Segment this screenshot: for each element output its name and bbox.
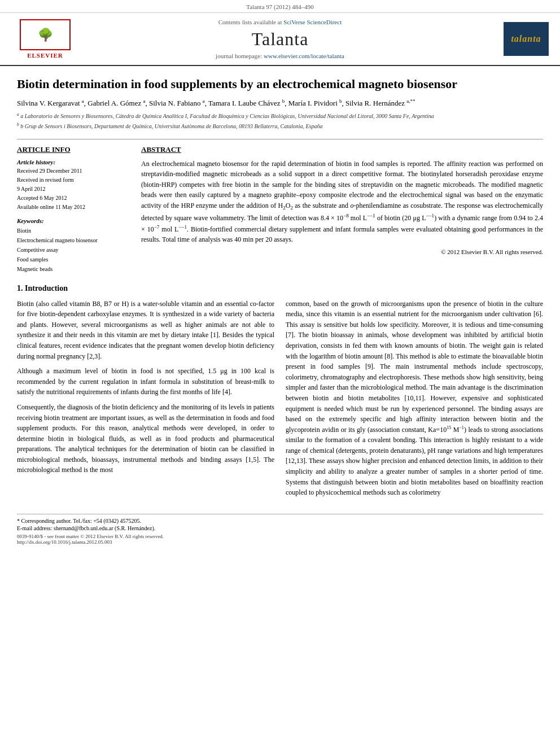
affiliation-a-text: a Laboratorio de Sensores y Biosensores,… <box>20 113 434 119</box>
footer-notes: * Corresponding author. Tel./fax: +54 (0… <box>17 514 543 545</box>
elsevier-tree-icon: 🌳 <box>38 28 53 42</box>
abstract-heading: ABSTRACT <box>141 145 543 154</box>
intro-para-4: common, based on the growth of microorga… <box>286 299 543 498</box>
introduction-heading: 1. Introduction <box>17 284 543 293</box>
authors: Silvina V. Kergaravat a, Gabriel A. Góme… <box>17 98 543 108</box>
introduction-section: 1. Introduction Biotin (also called vita… <box>17 284 543 503</box>
sciencedirect-label: Contents lists available at <box>218 19 282 25</box>
email-value: shernand@fbcb.unl.edu.ar (S.R. Hernández… <box>54 525 155 531</box>
keyword-2: Electrochemical magneto biosensor <box>17 235 130 245</box>
homepage-label: journal homepage: <box>216 53 262 59</box>
keywords-list: Biotin Electrochemical magneto biosensor… <box>17 226 130 274</box>
elsevier-logo-section: 🌳 ELSEVIER <box>11 19 79 59</box>
keyword-1: Biotin <box>17 226 130 235</box>
citation-text: Talanta 97 (2012) 484–490 <box>246 3 313 10</box>
received-revised-label: Received in revised form <box>17 176 130 185</box>
intro-para-3: Consequently, the diagnosis of the bioti… <box>17 402 274 475</box>
journal-center-info: Contents lists available at SciVerse Sci… <box>79 19 481 59</box>
intro-right-col: common, based on the growth of microorga… <box>286 299 543 503</box>
article-title: Biotin determination in food supplements… <box>17 76 543 93</box>
corresponding-author-label: * Corresponding author. Tel./fax: +54 (0… <box>17 518 141 524</box>
journal-homepage: journal homepage: www.elsevier.com/locat… <box>79 53 481 59</box>
talanta-logo: talanta <box>504 22 549 56</box>
article-info-col: ARTICLE INFO Article history: Received 2… <box>17 145 130 274</box>
accepted-date: Accepted 6 May 2012 <box>17 194 130 203</box>
elsevier-logo: 🌳 ELSEVIER <box>11 19 79 59</box>
abstract-copyright: © 2012 Elsevier B.V. All rights reserved… <box>141 248 543 255</box>
affiliation-b-text: b Grup de Sensors i Biosensors, Departam… <box>20 124 322 130</box>
sciencedirect-info: Contents lists available at SciVerse Sci… <box>79 19 481 25</box>
divider-1 <box>17 139 543 139</box>
intro-para-1: Biotin (also called vitamin B8, B7 or H)… <box>17 299 274 362</box>
article-dates: Received 29 December 2011 Received in re… <box>17 167 130 212</box>
introduction-body: Biotin (also called vitamin B8, B7 or H)… <box>17 299 543 503</box>
journal-header: 🌳 ELSEVIER Contents lists available at S… <box>0 13 560 66</box>
available-date: Available online 11 May 2012 <box>17 203 130 212</box>
elsevier-logo-box: 🌳 <box>20 19 71 50</box>
affiliation-a: a a Laboratorio de Sensores y Biosensore… <box>17 111 543 120</box>
sciencedirect-link[interactable]: SciVerse ScienceDirect <box>283 19 342 25</box>
affiliation-b: b b Grup de Sensors i Biosensors, Depart… <box>17 121 543 130</box>
affiliations: a a Laboratorio de Sensores y Biosensore… <box>17 111 543 131</box>
issn-line: 0039-9140/$ - see front matter © 2012 El… <box>17 534 543 545</box>
article-info-abstract: ARTICLE INFO Article history: Received 2… <box>17 145 543 274</box>
main-content: Biotin determination in food supplements… <box>0 66 560 556</box>
journal-citation: Talanta 97 (2012) 484–490 <box>0 0 560 13</box>
keyword-5: Magnetic beads <box>17 264 130 274</box>
article-history: Article history: Received 29 December 20… <box>17 159 130 212</box>
abstract-col: ABSTRACT An electrochemical magneto bios… <box>141 145 543 274</box>
keywords-section: Keywords: Biotin Electrochemical magneto… <box>17 217 130 274</box>
elsevier-text: ELSEVIER <box>27 52 63 59</box>
keyword-3: Competitive assay <box>17 245 130 255</box>
journal-title: Talanta <box>79 29 481 50</box>
homepage-link[interactable]: www.elsevier.com/locate/talanta <box>264 53 344 59</box>
article-history-label: Article history: <box>17 159 130 165</box>
abstract-text: An electrochemical magneto biosensor for… <box>141 159 543 245</box>
intro-left-col: Biotin (also called vitamin B8, B7 or H)… <box>17 299 274 503</box>
issn-text: 0039-9140/$ - see front matter © 2012 El… <box>17 534 543 539</box>
doi-text: http://dx.doi.org/10.1016/j.talanta.2012… <box>17 539 543 545</box>
received-revised-date: 9 April 2012 <box>17 185 130 194</box>
intro-para-2: Although a maximum level of biotin in fo… <box>17 366 274 397</box>
article-info-heading: ARTICLE INFO <box>17 145 130 154</box>
keyword-4: Food samples <box>17 255 130 264</box>
email-line: E-mail address: shernand@fbcb.unl.edu.ar… <box>17 525 543 531</box>
corresponding-author: * Corresponding author. Tel./fax: +54 (0… <box>17 518 543 524</box>
received-date: Received 29 December 2011 <box>17 167 130 176</box>
keywords-label: Keywords: <box>17 217 130 224</box>
email-label: E-mail address: <box>17 525 52 531</box>
talanta-logo-section: talanta <box>481 22 549 56</box>
